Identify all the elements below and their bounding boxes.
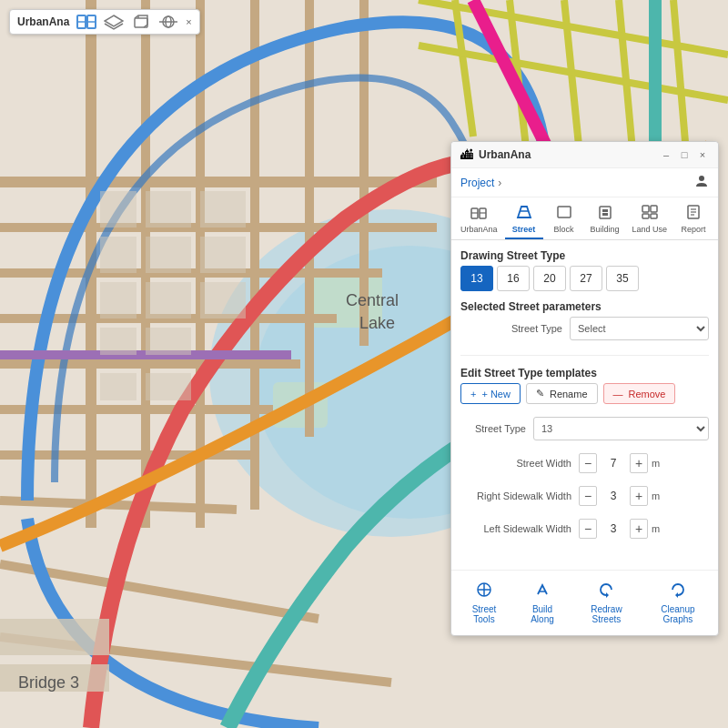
layers-icon[interactable] [104, 14, 124, 30]
left-sidewalk-increment[interactable]: + [630, 519, 648, 539]
left-sidewalk-decrement[interactable]: − [579, 519, 597, 539]
right-sidewalk-decrement[interactable]: − [579, 486, 597, 506]
tab-street-label: Street [512, 225, 536, 234]
street-type-param-row: Street Type Select 13 16 20 27 35 [460, 317, 709, 340]
street-tools-label: Street Tools [462, 604, 506, 624]
remove-icon: — [613, 389, 623, 399]
svg-rect-36 [200, 237, 246, 273]
selected-street-params-section: Selected Street parameters Street Type S… [460, 300, 709, 344]
toolbar-title: UrbanAna [17, 15, 69, 28]
svg-rect-35 [146, 237, 191, 273]
panel-titlebar: 🏙 UrbanAna – □ × [451, 142, 718, 168]
svg-line-21 [455, 0, 473, 136]
svg-rect-64 [602, 213, 605, 216]
right-sidewalk-row: Right Sidewalk Width − 3 + m [460, 486, 709, 506]
right-sidewalk-value: 3 [601, 490, 626, 502]
block-tab-icon [556, 205, 572, 223]
street-width-controls: − 7 + m [579, 453, 660, 473]
tab-landuse[interactable]: Land Use [627, 201, 673, 239]
maximize-btn[interactable]: □ [678, 148, 691, 161]
svg-rect-37 [100, 282, 136, 318]
street-type-btn-13[interactable]: 13 [460, 266, 493, 291]
street-type-field-select[interactable]: 13 16 20 [533, 417, 709, 440]
svg-point-53 [699, 176, 704, 181]
street-type-param-label: Street Type [460, 323, 570, 334]
svg-rect-32 [146, 191, 191, 228]
street-type-btn-20[interactable]: 20 [533, 266, 566, 291]
map-icon[interactable] [76, 14, 96, 30]
minimize-btn[interactable]: – [660, 148, 672, 161]
3d-icon[interactable] [131, 14, 151, 30]
rename-template-btn[interactable]: ✎ Rename [526, 383, 598, 404]
redraw-streets-btn[interactable]: Redraw Streets [573, 578, 640, 628]
build-along-label: Build Along [521, 604, 564, 624]
street-width-increment[interactable]: + [630, 453, 648, 473]
cleanup-graphs-label: Cleanup Graphs [649, 604, 707, 624]
tab-street[interactable]: Street [505, 201, 543, 239]
satellite-icon[interactable] [158, 14, 178, 30]
edit-template-buttons: + + New ✎ Rename — Remove [460, 383, 709, 404]
right-sidewalk-label: Right Sidewalk Width [460, 490, 579, 501]
tab-building-label: Building [591, 225, 620, 234]
left-sidewalk-unit: m [652, 523, 660, 534]
street-type-select[interactable]: Select 13 16 20 27 35 [570, 317, 709, 340]
street-type-btn-35[interactable]: 35 [606, 266, 639, 291]
divider-1 [460, 355, 709, 356]
svg-rect-34 [100, 237, 136, 273]
landuse-tab-icon [642, 205, 658, 223]
breadcrumb-text[interactable]: Project [460, 177, 494, 189]
svg-rect-29 [0, 619, 109, 655]
redraw-streets-label: Redraw Streets [579, 604, 634, 624]
tab-urbanana[interactable]: UrbanAna [455, 201, 503, 239]
cleanup-graphs-icon [670, 581, 686, 602]
toolbar-close-btn[interactable]: × [186, 16, 191, 27]
urbanana-tab-icon [470, 205, 487, 223]
left-sidewalk-label: Left Sidewalk Width [460, 523, 579, 534]
street-type-field-row: Street Type 13 16 20 [460, 417, 709, 440]
svg-rect-39 [200, 282, 246, 318]
tab-report-label: Report [682, 225, 706, 234]
svg-rect-67 [651, 206, 657, 212]
report-tab-icon [685, 205, 702, 223]
street-tools-icon [476, 581, 492, 602]
tab-urbanana-label: UrbanAna [460, 225, 498, 234]
right-sidewalk-controls: − 3 + m [579, 486, 660, 506]
street-tools-btn[interactable]: Street Tools [457, 578, 511, 628]
tab-building[interactable]: Building [585, 201, 625, 239]
svg-rect-31 [100, 191, 136, 228]
build-along-icon [534, 581, 551, 602]
nav-tabs: UrbanAna Street Block Building Land Use [451, 197, 718, 240]
street-type-btn-16[interactable]: 16 [497, 266, 530, 291]
svg-rect-43 [146, 373, 191, 400]
street-width-decrement[interactable]: − [579, 453, 597, 473]
street-width-value: 7 [601, 457, 626, 470]
tab-block[interactable]: Block [545, 201, 583, 239]
svg-rect-69 [651, 214, 657, 218]
svg-rect-65 [605, 213, 608, 216]
breadcrumb: Project › [451, 168, 718, 197]
build-along-btn[interactable]: Build Along [515, 578, 570, 628]
svg-rect-40 [100, 328, 136, 355]
remove-template-btn[interactable]: — Remove [603, 383, 676, 404]
street-tab-icon [516, 205, 532, 223]
close-btn[interactable]: × [696, 148, 709, 161]
svg-rect-61 [600, 207, 611, 218]
rename-icon: ✎ [536, 388, 544, 399]
svg-marker-78 [675, 592, 678, 598]
svg-rect-41 [146, 328, 191, 355]
right-sidewalk-increment[interactable]: + [630, 486, 648, 506]
tab-report[interactable]: Report [674, 201, 713, 239]
svg-rect-63 [605, 209, 608, 212]
panel-content: Drawing Street Type 13 16 20 27 35 Selec… [451, 240, 718, 551]
cleanup-graphs-btn[interactable]: Cleanup Graphs [643, 578, 713, 628]
new-template-btn[interactable]: + + New [460, 383, 521, 404]
building-tab-icon [597, 205, 613, 223]
user-icon[interactable] [694, 174, 709, 191]
tab-landuse-label: Land Use [632, 225, 668, 234]
street-width-label: Street Width [460, 458, 579, 469]
panel: 🏙 UrbanAna – □ × Project › UrbanAna Stre… [450, 141, 719, 636]
street-type-btn-27[interactable]: 27 [570, 266, 602, 291]
svg-marker-77 [606, 592, 609, 598]
rename-label: Rename [550, 389, 588, 399]
remove-label: Remove [629, 389, 666, 399]
